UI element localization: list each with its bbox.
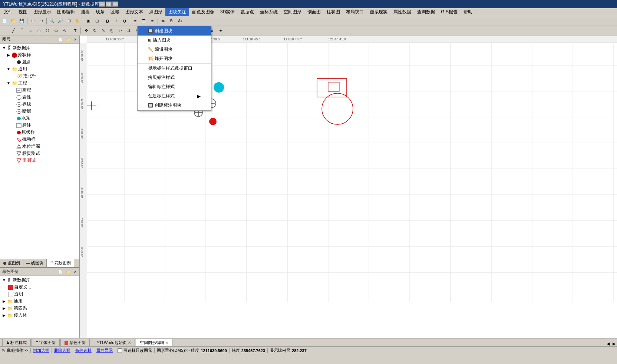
expand-color-disisi[interactable]: ▶ — [1, 306, 7, 311]
tab-ytlworld-start[interactable]: YTLWorld起始页 ✕ — [93, 339, 135, 346]
tb-align-c[interactable]: ☰ — [140, 17, 148, 25]
menu-section[interactable]: 剖面图 — [304, 8, 324, 16]
tb2-rotate[interactable]: ↻ — [90, 27, 99, 35]
menu-gis[interactable]: GIS报告 — [438, 8, 461, 16]
menu-snap[interactable]: 捕捉 — [78, 8, 93, 16]
dropdown-insert-block[interactable]: ⊞ 插入图块 — [138, 36, 211, 45]
color-panel-close-btn[interactable]: ✕ — [72, 268, 79, 275]
tab-line-legend[interactable]: 线图例 — [23, 259, 47, 267]
tab-pattern-legend[interactable]: 花纹图例 — [47, 259, 74, 267]
status-checkbox[interactable] — [118, 348, 122, 353]
tb2-more7[interactable]: ★ — [217, 27, 225, 35]
expand-color-newdb[interactable]: ▼ — [1, 278, 7, 283]
tb2-point[interactable]: · — [1, 27, 9, 35]
tab-nav-left[interactable]: ◀ — [605, 341, 611, 346]
menu-vr[interactable]: 虚拟现实 — [367, 8, 390, 16]
tb-save[interactable]: 💾 — [18, 17, 26, 25]
tb2-circle[interactable]: ○ — [26, 27, 34, 35]
tb-more2[interactable]: St — [168, 17, 176, 25]
layer-item-shuixi[interactable]: 水系 — [1, 115, 79, 122]
tb-pan[interactable]: ✋ — [73, 17, 82, 25]
menu-spatial[interactable]: 空间图形 — [281, 8, 304, 16]
dropdown-create-block[interactable]: 🔲 创建图块 — [138, 26, 211, 36]
tb-redo[interactable]: ↪ — [37, 17, 45, 25]
expand-newdb[interactable]: ▼ — [1, 46, 7, 51]
tb2-offset[interactable]: ⇉ — [125, 27, 133, 35]
tb-more3[interactable]: A↓ — [176, 17, 184, 25]
tb-new[interactable]: 📄 — [1, 17, 9, 25]
expand-color-qinruti[interactable]: ▶ — [1, 313, 7, 318]
layer-item-yuandian[interactable]: 圆点 — [1, 59, 79, 66]
tb2-copy[interactable]: ⎘ — [108, 27, 116, 35]
dropdown-create-annotation-block[interactable]: 🔲 创建标注图块 — [138, 101, 211, 110]
color-item-qinruti[interactable]: ▶ 📁 侵入体 — [1, 312, 79, 319]
layer-folder-btn[interactable]: 📁 — [65, 36, 71, 43]
close-button[interactable]: ✕ — [112, 1, 118, 7]
tb2-mirror[interactable]: ⇔ — [116, 27, 124, 35]
layer-panel-close-btn[interactable]: ✕ — [72, 36, 79, 43]
layer-item-gongcheng[interactable]: ▼ 📁 工程 — [1, 80, 79, 87]
layer-item-gaocheng[interactable]: 高程 — [1, 87, 79, 94]
tb-i[interactable]: I — [112, 17, 120, 25]
menu-color[interactable]: 颜色及图像 — [189, 8, 217, 16]
tb2-move[interactable]: ✥ — [82, 27, 90, 35]
status-add-select[interactable]: 增加选择 — [33, 348, 49, 353]
status-remove-select[interactable]: 删除选择 — [54, 348, 70, 353]
tb-align-r[interactable]: ≡ — [148, 17, 156, 25]
layer-item-duanceng[interactable]: 断层 — [1, 108, 79, 115]
layer-item-biaoguance[interactable]: 标贯测试 — [1, 150, 79, 157]
dropdown-edit-annotation-style[interactable]: 编辑标注样式 — [138, 82, 211, 91]
tab-point-legend[interactable]: 点图例 — [0, 259, 23, 267]
menu-area[interactable]: 区域 — [108, 8, 122, 16]
expand-yzyangs[interactable]: ▶ — [6, 53, 11, 58]
layer-item-biaozhu[interactable]: 标注 — [1, 122, 79, 129]
color-item-transparent[interactable]: 透明 — [1, 291, 79, 298]
menu-query[interactable]: 查询数据 — [414, 8, 438, 16]
dropdown-copy-annotation-style[interactable]: 拷贝标注样式 — [138, 73, 211, 82]
tb-zoom-in[interactable]: 🔍 — [48, 17, 56, 25]
tb-u[interactable]: U — [121, 17, 129, 25]
tb2-polygon[interactable]: ⬡ — [43, 27, 52, 35]
layer-item-tongyong[interactable]: ▼ 📁 通用 — [1, 66, 79, 73]
tab-font-legend[interactable]: F 字体图例 — [32, 339, 60, 346]
layer-new-btn[interactable]: 📄 — [57, 36, 64, 43]
layer-item-yuanzhuangyang[interactable]: ▶ 原状样 — [1, 51, 79, 59]
color-item-disisi[interactable]: ▶ 📁 第四系 — [1, 305, 79, 312]
menu-text[interactable]: 图形文本 — [122, 8, 146, 16]
color-item-custom[interactable]: 自定义... — [1, 284, 79, 291]
tb-undo[interactable]: ↩ — [29, 17, 37, 25]
layer-item-zbz[interactable]: 🧭 指北针 — [1, 73, 79, 80]
maximize-button[interactable]: □ — [106, 1, 112, 7]
layer-item-newdb[interactable]: ▼ 🗄 新数据库 — [1, 44, 79, 51]
tb-zoom-out[interactable]: 🔎 — [56, 17, 65, 25]
tb2-arc[interactable]: ⌒ — [18, 27, 26, 35]
color-panel-btn2[interactable]: 📁 — [65, 268, 71, 275]
status-cond-select[interactable]: 条件选择 — [75, 348, 92, 353]
dropdown-explode-block[interactable]: 💥 炸开图块 — [138, 54, 211, 63]
menu-file[interactable]: 文件 — [1, 8, 16, 16]
menu-layout[interactable]: 布局视口 — [343, 8, 367, 16]
ytlworld-start-close[interactable]: ✕ — [128, 341, 131, 345]
color-item-tongyong[interactable]: ▶ 📁 通用 — [1, 298, 79, 305]
tb-deselect[interactable]: ▢ — [93, 17, 101, 25]
menu-help[interactable]: 帮助 — [461, 8, 475, 16]
layer-item-jiexian[interactable]: 界线 — [1, 101, 79, 108]
tb2-ellipse[interactable]: ⬭ — [52, 27, 60, 35]
layer-item-yanxing[interactable]: 岩性 — [1, 94, 79, 101]
minimize-button[interactable]: ─ — [99, 1, 105, 7]
tb2-curve[interactable]: ∿ — [60, 27, 69, 35]
tb-b[interactable]: B — [103, 17, 112, 25]
dropdown-create-annotation-style[interactable]: 创建标注样式 ▶ — [138, 91, 211, 101]
menu-datapoint[interactable]: 数据点 — [238, 8, 257, 16]
menu-column[interactable]: 柱状图 — [324, 8, 343, 16]
tb-zoom-all[interactable]: ⊞ — [65, 17, 73, 25]
layer-item-raodongsample[interactable]: 扰动样 — [1, 136, 79, 143]
tb-align-l[interactable]: ≡ — [131, 17, 139, 25]
tab-nav-right[interactable]: ▶ — [611, 341, 617, 346]
menu-line[interactable]: 线条 — [93, 8, 108, 16]
menu-attribute[interactable]: 属性数据 — [390, 8, 414, 16]
tb-select[interactable]: ▣ — [84, 17, 92, 25]
layer-item-chongce[interactable]: 重测试 — [1, 157, 79, 164]
tb-open[interactable]: 📂 — [9, 17, 17, 25]
spatial-edit-close[interactable]: ✕ — [165, 341, 168, 345]
